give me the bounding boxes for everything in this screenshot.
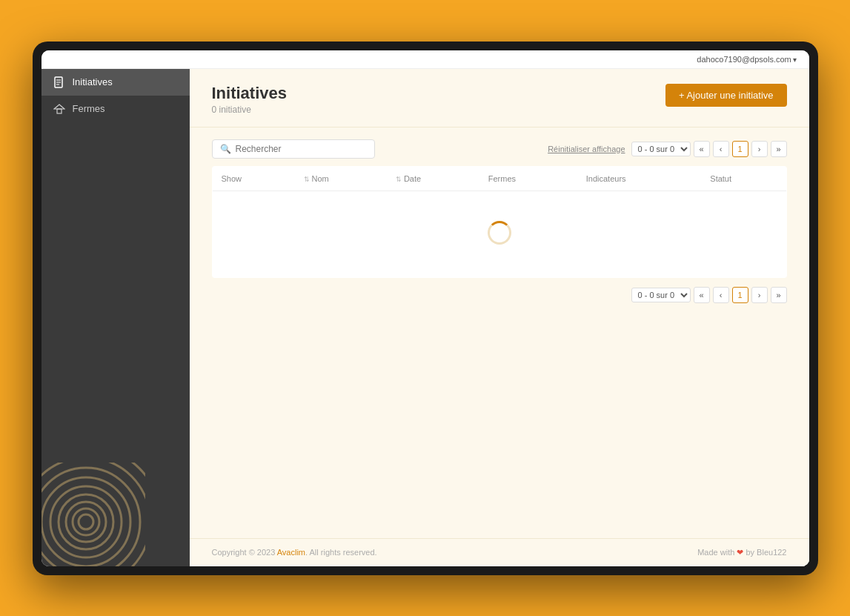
next-page-button[interactable]: › (751, 141, 768, 157)
screen: dahoco7190@dpsols.com (41, 50, 809, 566)
prev-page-button[interactable]: ‹ (713, 141, 729, 157)
controls-row: 🔍 Réinitialiser affichage 0 - 0 sur 0 « (212, 139, 787, 159)
top-bar: dahoco7190@dpsols.com (41, 50, 809, 69)
sidebar-item-initiatives[interactable]: Initiatives (41, 69, 190, 96)
content-area: Initiatives 0 initiative + Ajouter une i… (190, 69, 809, 566)
svg-point-7 (73, 509, 99, 535)
col-fermes: Fermes (479, 166, 577, 191)
footer-made-with: Made with ❤ by Bleu122 (697, 548, 786, 557)
decoration-fingerprint (41, 463, 145, 566)
svg-point-6 (79, 514, 93, 529)
bottom-page-size-select[interactable]: 0 - 0 sur 0 (631, 288, 691, 302)
svg-marker-4 (54, 105, 64, 109)
farm-icon (53, 103, 65, 115)
svg-point-11 (41, 477, 130, 566)
data-table: Show ⇅ Nom ⇅ Date (212, 166, 787, 278)
add-initiative-button[interactable]: + Ajouter une initiative (665, 84, 787, 107)
footer-copyright-link[interactable]: Avaclim (277, 548, 305, 557)
sidebar-item-fermes[interactable]: Fermes (41, 96, 190, 122)
col-statut: Statut (701, 166, 786, 191)
col-date[interactable]: ⇅ Date (387, 166, 479, 191)
footer-copyright: Copyright © 2023 Avaclim. All rights res… (212, 548, 377, 557)
heart-icon: ❤ (737, 548, 743, 557)
main-layout: Initiatives Fermes (41, 69, 809, 566)
bottom-first-page-button[interactable]: « (694, 287, 710, 303)
loading-spinner (488, 221, 511, 245)
footer: Copyright © 2023 Avaclim. All rights res… (190, 538, 809, 566)
col-show: Show (212, 166, 295, 191)
sort-icon-nom: ⇅ (304, 176, 312, 183)
reset-display-link[interactable]: Réinitialiser affichage (548, 145, 625, 153)
sidebar-item-initiatives-label: Initiatives (73, 76, 113, 87)
bottom-last-page-button[interactable]: » (771, 287, 787, 303)
table-body (212, 191, 786, 277)
loading-cell (212, 191, 786, 277)
col-nom[interactable]: ⇅ Nom (295, 166, 387, 191)
user-email[interactable]: dahoco7190@dpsols.com (697, 55, 797, 64)
bottom-current-page-button[interactable]: 1 (732, 287, 748, 303)
bottom-pagination: 0 - 0 sur 0 « ‹ 1 › » (631, 287, 787, 303)
bottom-prev-page-button[interactable]: ‹ (713, 287, 729, 303)
last-page-button[interactable]: » (771, 141, 787, 157)
sidebar: Initiatives Fermes (41, 69, 190, 566)
device-frame: dahoco7190@dpsols.com (33, 42, 818, 575)
first-page-button[interactable]: « (694, 141, 710, 157)
page-header: Initiatives 0 initiative + Ajouter une i… (190, 69, 809, 127)
page-title-group: Initiatives 0 initiative (212, 84, 287, 115)
search-box: 🔍 (212, 139, 375, 159)
search-icon: 🔍 (220, 144, 231, 154)
search-input[interactable] (236, 144, 367, 154)
table-header: Show ⇅ Nom ⇅ Date (212, 166, 786, 191)
file-icon (53, 76, 65, 88)
sidebar-item-fermes-label: Fermes (73, 103, 105, 114)
table-section: 🔍 Réinitialiser affichage 0 - 0 sur 0 « (190, 127, 809, 538)
bottom-controls: 0 - 0 sur 0 « ‹ 1 › » (212, 287, 787, 303)
svg-point-10 (50, 486, 122, 557)
page-subtitle: 0 initiative (212, 105, 287, 115)
col-indicateurs: Indicateurs (577, 166, 702, 191)
current-page-button[interactable]: 1 (732, 141, 748, 157)
top-pagination: 0 - 0 sur 0 « ‹ 1 › » (631, 141, 787, 157)
bottom-next-page-button[interactable]: › (751, 287, 768, 303)
svg-rect-5 (57, 109, 62, 113)
loading-row (212, 191, 786, 277)
sort-icon-date: ⇅ (396, 176, 404, 183)
page-size-select[interactable]: 0 - 0 sur 0 (631, 142, 691, 156)
page-title: Initiatives (212, 84, 287, 103)
right-controls: Réinitialiser affichage 0 - 0 sur 0 « ‹ … (548, 141, 786, 157)
